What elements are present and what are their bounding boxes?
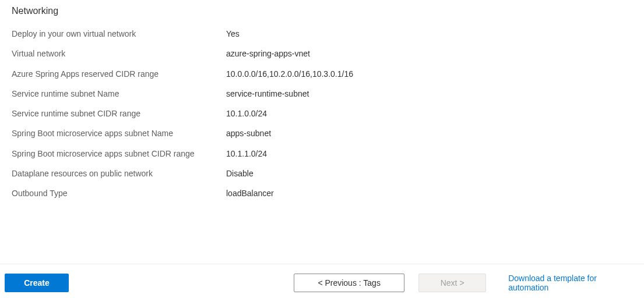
field-label: Deploy in your own virtual network [12, 28, 226, 40]
wizard-footer: Create < Previous : Tags Next > Download… [0, 264, 644, 298]
field-value: loadBalancer [226, 187, 274, 199]
field-label: Service runtime subnet Name [12, 88, 226, 100]
field-value: 10.1.0.0/24 [226, 108, 267, 119]
networking-section: Networking Deploy in your own virtual ne… [0, 0, 644, 200]
field-vnet: Virtual network azure-spring-apps-vnet [12, 48, 632, 59]
field-apps-subnet-cidr: Spring Boot microservice apps subnet CID… [12, 148, 632, 159]
create-button[interactable]: Create [5, 274, 69, 292]
field-label: Outbound Type [12, 187, 226, 199]
field-label: Azure Spring Apps reserved CIDR range [12, 68, 226, 80]
field-value: Disable [226, 168, 254, 179]
field-label: Spring Boot microservice apps subnet CID… [12, 148, 226, 159]
field-value: 10.0.0.0/16,10.2.0.0/16,10.3.0.1/16 [226, 68, 353, 80]
previous-button[interactable]: < Previous : Tags [294, 274, 404, 292]
field-cidr-range: Azure Spring Apps reserved CIDR range 10… [12, 68, 632, 80]
field-value: service-runtime-subnet [226, 88, 309, 100]
download-template-link[interactable]: Download a template for automation [508, 274, 632, 292]
field-value: 10.1.1.0/24 [226, 148, 267, 159]
field-value: Yes [226, 28, 240, 40]
field-label: Service runtime subnet CIDR range [12, 108, 226, 119]
field-value: apps-subnet [226, 127, 271, 139]
nav-button-group: < Previous : Tags Next > [294, 274, 486, 292]
field-runtime-subnet-name: Service runtime subnet Name service-runt… [12, 88, 632, 100]
field-dataplane-public: Dataplane resources on public network Di… [12, 168, 632, 179]
field-label: Dataplane resources on public network [12, 168, 226, 179]
field-runtime-subnet-cidr: Service runtime subnet CIDR range 10.1.0… [12, 108, 632, 119]
section-title: Networking [12, 6, 632, 16]
next-button: Next > [418, 274, 486, 292]
field-apps-subnet-name: Spring Boot microservice apps subnet Nam… [12, 127, 632, 139]
field-deploy-vnet: Deploy in your own virtual network Yes [12, 28, 632, 40]
field-value: azure-spring-apps-vnet [226, 48, 310, 59]
field-outbound-type: Outbound Type loadBalancer [12, 187, 632, 199]
field-label: Spring Boot microservice apps subnet Nam… [12, 127, 226, 139]
field-label: Virtual network [12, 48, 226, 59]
